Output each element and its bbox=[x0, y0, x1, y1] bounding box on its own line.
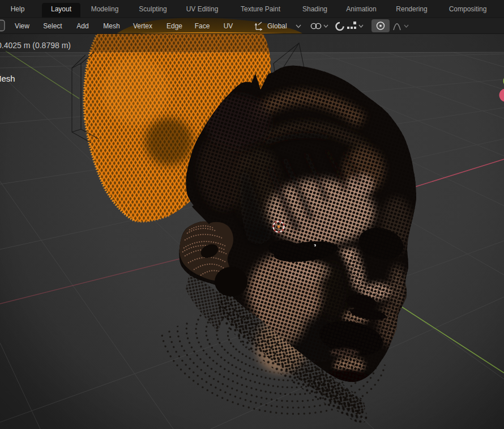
svg-text:UV Editing: UV Editing bbox=[186, 5, 219, 13]
svg-text:Add: Add bbox=[76, 22, 88, 30]
svg-text:Edge: Edge bbox=[166, 22, 182, 30]
svg-text:Mesh: Mesh bbox=[0, 74, 15, 83]
svg-text:0.4025 m (0.8798 m): 0.4025 m (0.8798 m) bbox=[0, 41, 71, 50]
svg-text:Sculpting: Sculpting bbox=[139, 5, 166, 13]
svg-text:Select: Select bbox=[43, 22, 62, 30]
svg-text:Rendering: Rendering bbox=[396, 5, 427, 13]
svg-text:Vertex: Vertex bbox=[133, 22, 152, 30]
svg-text:View: View bbox=[15, 22, 29, 30]
svg-text:Global: Global bbox=[267, 22, 287, 30]
svg-text:Animation: Animation bbox=[346, 5, 376, 13]
svg-text:Compositing: Compositing bbox=[449, 5, 487, 13]
svg-text:Shading: Shading bbox=[302, 5, 327, 13]
svg-text:Texture Paint: Texture Paint bbox=[241, 5, 281, 13]
svg-text:Mesh: Mesh bbox=[103, 22, 119, 30]
svg-text:Face: Face bbox=[195, 22, 210, 30]
svg-text:Layout: Layout bbox=[51, 5, 72, 13]
svg-text:Modeling: Modeling bbox=[91, 5, 119, 13]
svg-text:UV: UV bbox=[224, 22, 233, 30]
svg-text:Help: Help bbox=[11, 5, 25, 13]
